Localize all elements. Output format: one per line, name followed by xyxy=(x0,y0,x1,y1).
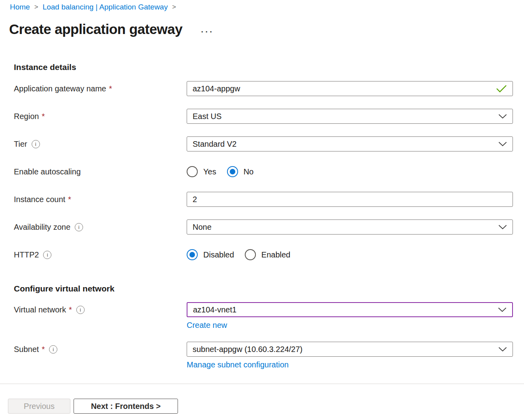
info-icon[interactable]: i xyxy=(75,223,83,231)
chevron-down-icon xyxy=(498,114,507,119)
tier-dropdown[interactable]: Standard V2 xyxy=(187,136,513,151)
radio-circle-icon xyxy=(245,249,256,260)
http2-disabled-radio[interactable]: Disabled xyxy=(187,249,234,260)
info-icon[interactable]: i xyxy=(32,140,40,148)
field-row-availability-zone: Availability zone i None xyxy=(14,219,513,235)
label-text: Enable autoscaling xyxy=(14,167,81,176)
label-text: HTTP2 xyxy=(14,250,39,259)
chevron-down-icon xyxy=(498,225,507,229)
required-asterisk: * xyxy=(109,84,112,93)
radio-label: Yes xyxy=(203,167,216,176)
title-row: Create application gateway ··· xyxy=(9,21,524,37)
instance-count-textbox xyxy=(187,192,513,207)
valid-check-icon xyxy=(496,84,507,93)
more-menu-icon[interactable]: ··· xyxy=(201,30,214,34)
breadcrumb-home-link[interactable]: Home xyxy=(10,3,30,11)
field-row-tier: Tier i Standard V2 xyxy=(14,136,513,151)
section-heading-configure-virtual-network: Configure virtual network xyxy=(14,284,513,293)
app-gateway-name-textbox xyxy=(187,81,513,96)
label-text: Instance count xyxy=(14,195,65,204)
chevron-down-icon xyxy=(498,307,507,312)
section-heading-instance-details: Instance details xyxy=(14,62,513,72)
availability-zone-label: Availability zone i xyxy=(14,219,187,235)
region-dropdown[interactable]: East US xyxy=(187,109,513,124)
field-row-http2: HTTP2 i Disabled Enabled xyxy=(14,247,513,262)
subnet-dropdown-value: subnet-appgw (10.60.3.224/27) xyxy=(193,345,303,354)
virtual-network-dropdown-value: az104-vnet1 xyxy=(193,305,236,314)
region-label: Region * xyxy=(14,109,187,124)
label-text: Subnet xyxy=(14,345,39,354)
create-new-link[interactable]: Create new xyxy=(187,321,227,330)
radio-circle-selected-icon xyxy=(227,166,238,177)
instance-count-input[interactable] xyxy=(193,195,507,204)
field-row-instance-count: Instance count * xyxy=(14,192,513,207)
page-title: Create application gateway xyxy=(9,21,182,37)
http2-enabled-radio[interactable]: Enabled xyxy=(245,249,290,260)
label-text: Application gateway name xyxy=(14,84,106,93)
radio-circle-icon xyxy=(187,166,198,177)
field-row-virtual-network: Virtual network * i az104-vnet1 Create n… xyxy=(14,302,513,330)
autoscaling-no-radio[interactable]: No xyxy=(227,166,254,177)
info-icon[interactable]: i xyxy=(49,345,57,354)
chevron-down-icon xyxy=(498,347,507,352)
autoscaling-yes-radio[interactable]: Yes xyxy=(187,166,216,177)
label-text: Tier xyxy=(14,140,27,149)
next-frontends-button[interactable]: Next : Frontends > xyxy=(74,399,178,414)
virtual-network-label: Virtual network * i xyxy=(14,302,187,317)
radio-label: Disabled xyxy=(203,250,234,259)
app-gateway-name-label: Application gateway name * xyxy=(14,81,187,96)
info-icon[interactable]: i xyxy=(76,306,85,314)
subnet-dropdown[interactable]: subnet-appgw (10.60.3.224/27) xyxy=(187,342,513,357)
radio-circle-selected-icon xyxy=(187,249,198,260)
field-row-subnet: Subnet * i subnet-appgw (10.60.3.224/27)… xyxy=(14,342,513,369)
required-asterisk: * xyxy=(69,305,72,314)
field-row-app-gateway-name: Application gateway name * xyxy=(14,81,513,96)
required-asterisk: * xyxy=(42,345,45,354)
breadcrumb: Home > Load balancing | Application Gate… xyxy=(0,0,524,11)
chevron-down-icon xyxy=(498,142,507,146)
availability-zone-dropdown[interactable]: None xyxy=(187,219,513,235)
tier-label: Tier i xyxy=(14,136,187,151)
label-text: Availability zone xyxy=(14,223,70,232)
http2-radio-group: Disabled Enabled xyxy=(187,247,513,262)
enable-autoscaling-label: Enable autoscaling xyxy=(14,164,187,179)
label-text: Virtual network xyxy=(14,305,66,314)
radio-label: No xyxy=(244,167,254,176)
region-dropdown-value: East US xyxy=(193,112,221,121)
breadcrumb-separator: > xyxy=(34,3,38,11)
breadcrumb-separator: > xyxy=(172,3,176,11)
required-asterisk: * xyxy=(42,112,45,121)
form-content: Instance details Application gateway nam… xyxy=(0,62,524,369)
field-row-region: Region * East US xyxy=(14,109,513,124)
label-text: Region xyxy=(14,112,39,121)
enable-autoscaling-radio-group: Yes No xyxy=(187,164,513,179)
availability-zone-dropdown-value: None xyxy=(193,223,212,232)
required-asterisk: * xyxy=(68,195,71,204)
previous-button[interactable]: Previous xyxy=(8,399,70,414)
instance-count-label: Instance count * xyxy=(14,192,187,207)
http2-label: HTTP2 i xyxy=(14,247,187,262)
app-gateway-name-input[interactable] xyxy=(193,84,491,93)
virtual-network-dropdown[interactable]: az104-vnet1 xyxy=(187,302,513,317)
manage-subnet-configuration-link[interactable]: Manage subnet configuration xyxy=(187,360,289,369)
info-icon[interactable]: i xyxy=(43,251,51,259)
tier-dropdown-value: Standard V2 xyxy=(193,140,236,149)
breadcrumb-load-balancing-link[interactable]: Load balancing | Application Gateway xyxy=(43,3,168,11)
wizard-footer: Previous Next : Frontends > xyxy=(0,384,524,414)
radio-label: Enabled xyxy=(261,250,290,259)
field-row-enable-autoscaling: Enable autoscaling Yes No xyxy=(14,164,513,179)
subnet-label: Subnet * i xyxy=(14,342,187,357)
